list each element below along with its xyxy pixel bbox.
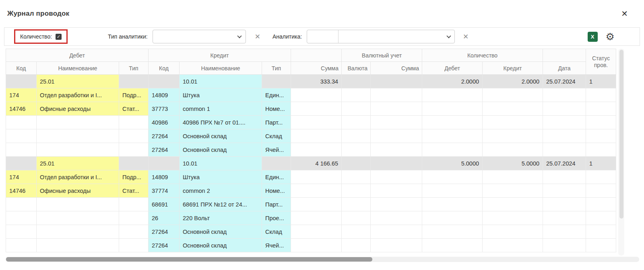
cell-credit-name[interactable]: 10.01 <box>180 157 262 170</box>
cell-qty-credit[interactable] <box>483 88 543 102</box>
cell-qty-credit[interactable] <box>483 225 543 239</box>
cell-debit-type[interactable] <box>119 143 149 157</box>
cell-date[interactable] <box>543 225 586 239</box>
cell-qty-credit[interactable] <box>483 116 543 129</box>
cell-status[interactable] <box>586 143 616 157</box>
cell-currency-sum[interactable] <box>371 225 422 239</box>
cell-sum[interactable]: 4 166.65 <box>291 157 342 170</box>
cell-debit-code[interactable]: 174 <box>6 88 37 102</box>
cell-currency-sum[interactable] <box>371 75 422 88</box>
cell-credit-type[interactable]: Прое... <box>262 211 291 225</box>
cell-credit-name[interactable]: Основной склад <box>180 129 262 143</box>
table-row[interactable]: 4098640986 ПРХ №7 от 01....Парт... <box>6 116 616 129</box>
cell-qty-credit[interactable] <box>483 211 543 225</box>
cell-currency-sum[interactable] <box>371 239 422 252</box>
cell-credit-name[interactable]: Основной склад <box>180 143 262 157</box>
cell-date[interactable] <box>543 184 586 198</box>
cell-credit-name[interactable]: Штука <box>180 170 262 184</box>
cell-date[interactable] <box>543 170 586 184</box>
cell-date[interactable] <box>543 102 586 116</box>
cell-currency-sum[interactable] <box>371 211 422 225</box>
cell-debit-code[interactable] <box>6 239 37 252</box>
cell-qty-debit[interactable] <box>422 129 483 143</box>
cell-date[interactable] <box>543 88 586 102</box>
cell-credit-type[interactable]: Парт... <box>262 198 291 211</box>
cell-qty-credit[interactable]: 2.0000 <box>483 75 543 88</box>
cell-status[interactable]: 1 <box>586 75 616 88</box>
cell-status[interactable] <box>586 129 616 143</box>
cell-credit-code[interactable]: 27264 <box>149 225 180 239</box>
cell-debit-name[interactable]: 25.01 <box>37 157 119 170</box>
cell-debit-code[interactable] <box>6 225 37 239</box>
cell-credit-code[interactable]: 14809 <box>149 170 180 184</box>
cell-qty-debit[interactable]: 2.0000 <box>422 75 483 88</box>
cell-date[interactable] <box>543 198 586 211</box>
analytics-type-select[interactable] <box>153 30 246 43</box>
cell-credit-code[interactable]: 68691 <box>149 198 180 211</box>
cell-qty-debit[interactable] <box>422 102 483 116</box>
table-row[interactable]: 6869168691 ПРХ №12 от 24...Парт... <box>6 198 616 211</box>
close-icon[interactable]: ✕ <box>621 10 628 18</box>
cell-credit-type[interactable]: Ячей... <box>262 239 291 252</box>
cell-date[interactable] <box>543 239 586 252</box>
cell-status[interactable] <box>586 102 616 116</box>
cell-credit-type[interactable]: Склад <box>262 225 291 239</box>
cell-credit-type[interactable]: Номе... <box>262 184 291 198</box>
cell-sum[interactable] <box>291 239 342 252</box>
cell-status[interactable] <box>586 225 616 239</box>
table-row[interactable]: 27264Основной складЯчей... <box>6 143 616 157</box>
cell-qty-credit[interactable] <box>483 198 543 211</box>
cell-debit-type[interactable] <box>119 198 149 211</box>
cell-credit-name[interactable]: Основной склад <box>180 239 262 252</box>
cell-credit-name[interactable]: 10.01 <box>180 75 262 88</box>
quantity-checkbox[interactable]: ✓ <box>56 34 62 40</box>
cell-debit-type[interactable]: Подр... <box>119 170 149 184</box>
cell-status[interactable] <box>586 184 616 198</box>
cell-debit-type[interactable]: Подр... <box>119 88 149 102</box>
analytics-code-input[interactable] <box>307 30 339 43</box>
cell-debit-type[interactable] <box>119 225 149 239</box>
cell-status[interactable] <box>586 239 616 252</box>
vertical-scrollbar[interactable] <box>618 49 624 256</box>
cell-debit-name[interactable] <box>37 129 119 143</box>
cell-qty-credit[interactable]: 5.0000 <box>483 157 543 170</box>
cell-currency-sum[interactable] <box>371 102 422 116</box>
cell-credit-code[interactable]: 37774 <box>149 184 180 198</box>
cell-debit-name[interactable]: Офисные расходы <box>37 184 119 198</box>
table-row[interactable]: 26220 ВольтПрое... <box>6 211 616 225</box>
excel-export-button[interactable]: X <box>588 32 598 42</box>
cell-credit-name[interactable]: Основной склад <box>180 225 262 239</box>
cell-status[interactable] <box>586 211 616 225</box>
cell-debit-code[interactable] <box>6 116 37 129</box>
cell-status[interactable] <box>586 116 616 129</box>
analytics-select[interactable] <box>339 30 454 43</box>
cell-sum[interactable]: 333.34 <box>291 75 342 88</box>
cell-sum[interactable] <box>291 102 342 116</box>
cell-currency[interactable] <box>342 116 371 129</box>
settings-gear-icon[interactable]: ⚙ <box>606 32 615 42</box>
cell-status[interactable]: 1 <box>586 157 616 170</box>
table-row[interactable]: 27264Основной складСклад <box>6 225 616 239</box>
table-row[interactable]: 174Отдел разработки и I...Подр...14809Шт… <box>6 170 616 184</box>
cell-debit-type[interactable] <box>119 157 149 170</box>
cell-debit-name[interactable] <box>37 211 119 225</box>
cell-currency-sum[interactable] <box>371 116 422 129</box>
cell-sum[interactable] <box>291 170 342 184</box>
cell-status[interactable] <box>586 198 616 211</box>
cell-debit-name[interactable]: Отдел разработки и I... <box>37 170 119 184</box>
cell-qty-debit[interactable]: 5.0000 <box>422 157 483 170</box>
cell-debit-code[interactable] <box>6 198 37 211</box>
cell-sum[interactable] <box>291 143 342 157</box>
cell-currency-sum[interactable] <box>371 198 422 211</box>
cell-debit-code[interactable] <box>6 143 37 157</box>
cell-debit-type[interactable]: Стат... <box>119 102 149 116</box>
cell-debit-code[interactable]: 14746 <box>6 184 37 198</box>
cell-credit-name[interactable]: 68691 ПРХ №12 от 24... <box>180 198 262 211</box>
cell-debit-code[interactable] <box>6 157 37 170</box>
cell-debit-type[interactable]: Стат... <box>119 184 149 198</box>
cell-qty-credit[interactable] <box>483 239 543 252</box>
cell-credit-name[interactable]: Штука <box>180 88 262 102</box>
cell-status[interactable] <box>586 88 616 102</box>
cell-debit-name[interactable]: Офисные расходы <box>37 102 119 116</box>
cell-credit-name[interactable]: common 1 <box>180 102 262 116</box>
